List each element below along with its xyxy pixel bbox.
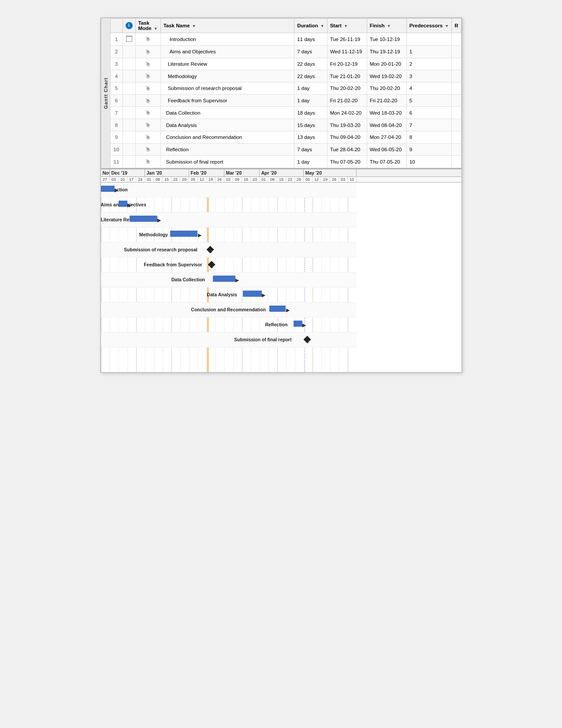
date-cell: 08: [154, 177, 163, 182]
gantt-row: Submission of final report: [101, 332, 357, 347]
bar-label: Data Collection: [171, 277, 205, 282]
task-name: Methodology: [160, 70, 294, 82]
gantt-header: Nov '19Dec '19Jan '20Feb '20Mar '20Apr '…: [101, 169, 462, 183]
month-cell: Dec '19: [110, 169, 145, 176]
gantt-bar: [170, 231, 198, 237]
bar-end-arrow: ▶: [302, 322, 306, 328]
task-duration: 1 day: [294, 94, 327, 107]
date-cell: 10: [119, 177, 127, 182]
grid-icon: [126, 36, 132, 42]
task-start: Fri 20-12-19: [327, 58, 367, 70]
gantt-bar: [294, 321, 302, 327]
task-start: Thu 07-05-20: [327, 156, 367, 168]
task-finish: Thu 07-05-20: [367, 156, 406, 168]
task-predecessors: 10: [406, 156, 452, 168]
gantt-row: Conclusion and Recommendation▶: [101, 302, 357, 317]
row-mode: 🖱: [135, 143, 160, 156]
task-duration: 15 days: [294, 119, 327, 131]
col-name-header[interactable]: Task Name ▼: [160, 19, 294, 33]
table-row: 10 🖱 Reflection 7 days Tue 28-04-20 Wed …: [110, 143, 461, 156]
month-cell: Jan '20: [145, 169, 189, 176]
row-icon: [123, 58, 135, 70]
row-number: 5: [110, 82, 123, 95]
task-r: [452, 33, 461, 46]
chart-section: Nov '19Dec '19Jan '20Feb '20Mar '20Apr '…: [101, 168, 462, 372]
month-cell: Mar '20: [224, 169, 260, 176]
date-cell: 03: [339, 177, 348, 182]
info-icon: i: [126, 22, 133, 29]
task-mode-icon: 🖱: [145, 146, 151, 153]
col-r-header: R: [452, 19, 461, 33]
date-cell: 27: [101, 177, 110, 182]
task-predecessors: 9: [406, 143, 452, 156]
bar-label: Feedback from Supervisor: [144, 262, 202, 267]
row-mode: 🖱: [135, 156, 160, 168]
task-start: Thu 20-02-20: [327, 82, 367, 95]
task-finish: Mon 20-01-20: [367, 58, 406, 70]
row-number: 11: [110, 156, 123, 168]
date-cell: 22: [286, 177, 295, 182]
task-duration: 11 days: [294, 33, 327, 46]
task-finish: Wed 08-04-20: [367, 119, 406, 131]
bar-end-arrow: ▶: [157, 217, 161, 223]
task-name: Submission of research proposal: [160, 82, 294, 95]
col-finish-header[interactable]: Finish ▼: [367, 19, 406, 33]
bar-end-arrow: ▶: [115, 187, 118, 193]
row-number: 3: [110, 58, 123, 70]
bar-label: Data Analysis: [207, 292, 237, 297]
task-r: [452, 82, 461, 95]
task-predecessors: [406, 33, 452, 46]
task-predecessors: 5: [406, 94, 452, 107]
date-cell: 19: [321, 177, 330, 182]
milestone-marker: [304, 336, 311, 343]
task-mode-icon: 🖱: [145, 158, 151, 165]
task-name: Introduction: [160, 33, 294, 46]
date-cell: 17: [127, 177, 136, 182]
row-icon: [123, 94, 135, 107]
date-cell: 15: [163, 177, 171, 182]
task-finish: Thu 20-02-20: [367, 82, 406, 95]
task-name: Literature Review: [160, 58, 294, 70]
gantt-bar: [119, 201, 127, 207]
task-finish: Thu 19-12-19: [367, 45, 406, 58]
col-mode-header: TaskMode ▼: [135, 19, 160, 33]
date-cell: 29: [295, 177, 304, 182]
month-cell: Feb '20: [189, 169, 224, 176]
task-name: Feedback from Supervisor: [160, 94, 294, 107]
task-name: Data Collection: [160, 107, 294, 119]
date-cell: 05: [189, 177, 198, 182]
row-mode: 🖱: [135, 33, 160, 46]
date-cell: 23: [251, 177, 260, 182]
task-duration: 22 days: [294, 70, 327, 82]
milestone-arrow: [211, 250, 212, 253]
task-mode-icon: 🖱: [145, 122, 151, 128]
row-mode: 🖱: [135, 107, 160, 119]
table-row: 5 🖱 Submission of research proposal 1 da…: [110, 82, 461, 95]
gantt-bar: [269, 306, 286, 312]
task-mode-icon: 🖱: [145, 85, 151, 92]
date-cell: 01: [260, 177, 268, 182]
col-predecessors-header[interactable]: Predecessors ▼: [406, 19, 452, 33]
row-icon: [123, 119, 135, 131]
col-icon-header: i: [123, 19, 135, 33]
date-cell: 26: [216, 177, 224, 182]
task-duration: 1 day: [294, 156, 327, 168]
milestone-marker: [207, 246, 214, 254]
task-mode-icon: 🖱: [145, 109, 151, 116]
task-mode-icon: 🖱: [145, 36, 151, 42]
dates-row: 2703101724010815222905121926020916230108…: [101, 177, 462, 182]
task-duration: 18 days: [294, 107, 327, 119]
date-cell: 08: [268, 177, 277, 182]
row-icon: [123, 143, 135, 156]
milestone-arrow: [212, 265, 213, 268]
date-cell: 10: [348, 177, 357, 182]
bar-end-arrow: ▶: [127, 202, 131, 208]
month-cell: Apr '20: [260, 169, 304, 176]
bar-end-arrow: ▶: [235, 277, 239, 283]
col-duration-header[interactable]: Duration ▼: [294, 19, 327, 33]
milestone-arrow: [308, 340, 309, 343]
col-start-header[interactable]: Start ▼: [327, 19, 367, 33]
bar-label: Submission of research proposal: [124, 247, 197, 252]
task-r: [452, 45, 461, 58]
task-mode-icon: 🖱: [145, 49, 151, 55]
